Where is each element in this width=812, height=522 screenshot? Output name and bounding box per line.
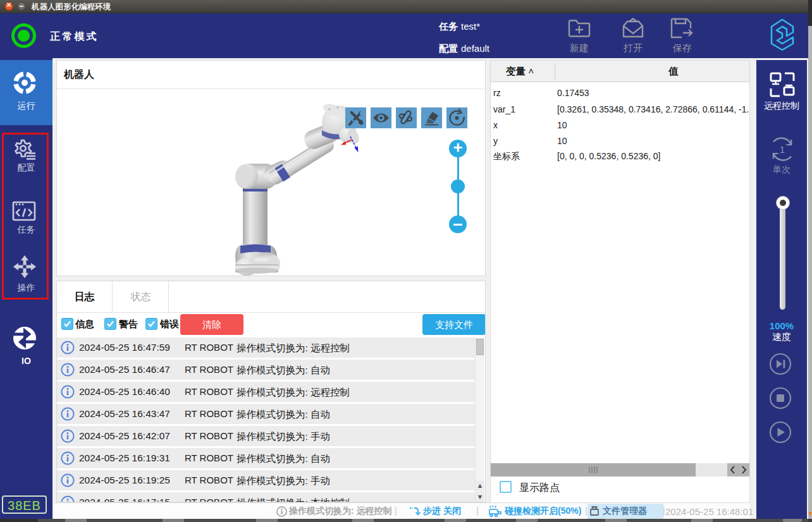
- svg-text:1: 1: [780, 144, 785, 155]
